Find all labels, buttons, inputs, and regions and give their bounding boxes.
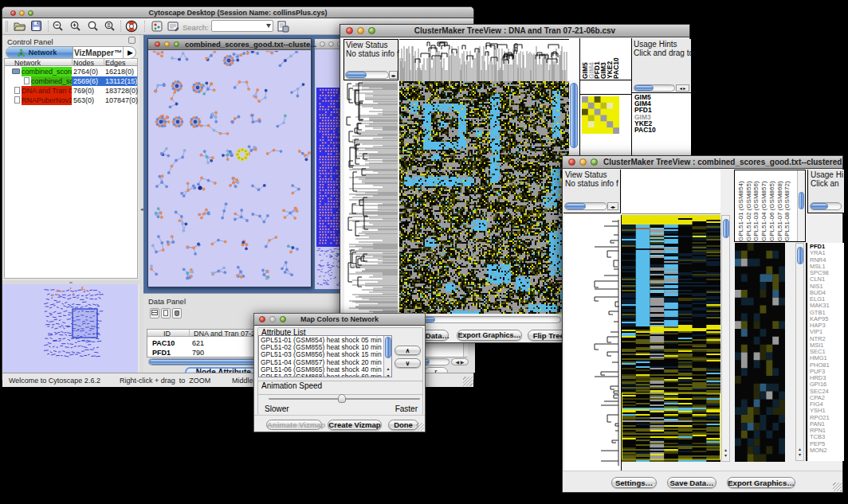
svg-text:GPL51-02 (GSM855): GPL51-02 (GSM855) [745,181,752,241]
svg-text:GPL51-06 (GSM865): GPL51-06 (GSM865) [768,181,775,241]
svg-text:PAC10: PAC10 [612,57,620,79]
svg-text:GPL51-07 (GSM868): GPL51-07 (GSM868) [776,181,783,241]
svg-text:GPL51-08 (GSM872): GPL51-08 (GSM872) [783,181,791,241]
svg-text:GPL51-03 (GSM856): GPL51-03 (GSM856) [752,181,760,241]
svg-text:GPL51-04 (GSM857): GPL51-04 (GSM857) [760,181,768,241]
svg-text:GPL51-01 (GSM854): GPL51-01 (GSM854) [737,181,744,241]
